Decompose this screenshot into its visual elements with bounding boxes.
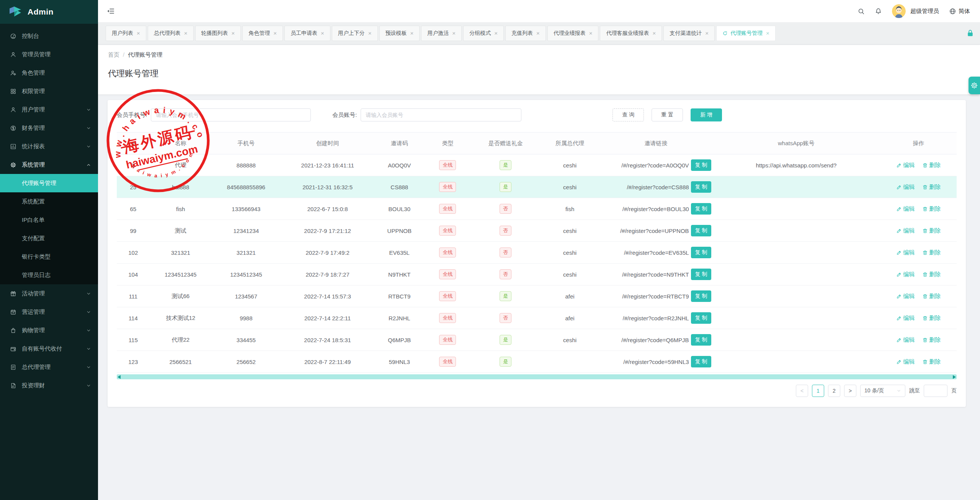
tab[interactable]: 代理账号管理× [716,26,776,41]
settings-drawer-button[interactable] [969,77,980,94]
tab[interactable]: 支付渠道统计× [663,26,715,41]
tab[interactable]: 总代理列表× [148,26,194,41]
tab-close-icon[interactable]: × [652,30,656,36]
sidebar-subitem[interactable]: 管理员日志 [0,266,98,284]
copy-button[interactable]: 复 制 [691,181,712,193]
page-size-select[interactable]: 10 条/页 [860,385,905,397]
delete-button[interactable]: 删除 [922,358,941,366]
delete-button[interactable]: 删除 [922,271,941,278]
copy-button[interactable]: 复 制 [691,203,712,215]
account-input[interactable] [361,108,521,121]
tab-close-icon[interactable]: × [137,30,140,36]
edit-button[interactable]: 编辑 [896,249,915,256]
sidebar-item[interactable]: 自有账号代收付 [0,339,98,358]
sidebar-item[interactable]: 管理员管理 [0,45,98,64]
tab[interactable]: 用户列表× [106,26,146,41]
tab[interactable]: 轮播图列表× [195,26,241,41]
sidebar-subitem[interactable]: 系统配置 [0,192,98,211]
reset-button[interactable]: 重 置 [652,108,683,121]
tab-close-icon[interactable]: × [368,30,372,36]
copy-button[interactable]: 复 制 [691,290,712,302]
edit-button[interactable]: 编辑 [896,358,915,366]
sidebar-subitem[interactable]: IP白名单 [0,211,98,229]
sidebar-item[interactable]: 投资理财 [0,376,98,395]
sidebar-item[interactable]: 活动管理 [0,284,98,303]
tab[interactable]: 预设模板× [379,26,420,41]
breadcrumb-home[interactable]: 首页 [108,51,119,59]
copy-button[interactable]: 复 制 [691,334,712,346]
delete-button[interactable]: 删除 [922,315,941,322]
copy-button[interactable]: 复 制 [691,159,712,171]
delete-button[interactable]: 删除 [922,293,941,300]
page-next-button[interactable]: > [844,385,856,397]
delete-button[interactable]: 删除 [922,162,941,169]
delete-button[interactable]: 删除 [922,336,941,344]
phone-input[interactable] [151,108,311,121]
edit-button[interactable]: 编辑 [896,315,915,322]
horizontal-scrollbar[interactable] [117,374,957,379]
avatar[interactable] [892,4,906,18]
sidebar-item[interactable]: 用户管理 [0,100,98,119]
copy-button[interactable]: 复 制 [691,247,712,258]
sidebar-item[interactable]: 营运管理 [0,303,98,321]
edit-button[interactable]: 编辑 [896,162,915,169]
tab-close-icon[interactable]: × [273,30,277,36]
sidebar-item[interactable]: 权限管理 [0,82,98,100]
tab[interactable]: 代理业绩报表× [547,26,599,41]
sidebar-item[interactable]: 总代理管理 [0,358,98,376]
tab-close-icon[interactable]: × [766,30,769,36]
copy-button[interactable]: 复 制 [691,225,712,236]
edit-button[interactable]: 编辑 [896,184,915,191]
search-icon[interactable] [858,8,865,15]
tab-close-icon[interactable]: × [705,30,709,36]
edit-button[interactable]: 编辑 [896,336,915,344]
edit-button[interactable]: 编辑 [896,293,915,300]
user-name[interactable]: 超级管理员 [910,8,939,15]
query-button[interactable]: 查 询 [612,108,644,121]
tab[interactable]: 充值列表× [505,26,546,41]
page-prev-button[interactable]: < [796,385,808,397]
edit-button[interactable]: 编辑 [896,271,915,278]
page-number-button[interactable]: 1 [812,385,824,397]
tab[interactable]: 用户上下分× [332,26,378,41]
delete-button[interactable]: 删除 [922,249,941,256]
tab-close-icon[interactable]: × [536,30,540,36]
lock-icon[interactable] [966,29,975,38]
bell-icon[interactable] [875,8,882,15]
tab-close-icon[interactable]: × [232,30,235,36]
sidebar-item[interactable]: 统计报表 [0,137,98,156]
delete-button[interactable]: 删除 [922,227,941,234]
sidebar-subitem[interactable]: 银行卡类型 [0,248,98,266]
logo[interactable]: Admin [0,0,98,24]
scroll-left-arrow-icon[interactable] [118,375,121,379]
tab[interactable]: 代理客服业绩报表× [600,26,662,41]
tab[interactable]: 员工申请表× [284,26,330,41]
tab-close-icon[interactable]: × [589,30,593,36]
menu-fold-icon[interactable] [106,7,115,15]
tab[interactable]: 分组模式× [463,26,504,41]
sidebar-subitem[interactable]: 代理账号管理 [0,174,98,192]
sidebar-subitem[interactable]: 支付配置 [0,229,98,248]
edit-button[interactable]: 编辑 [896,227,915,234]
sidebar-item[interactable]: 控制台 [0,27,98,45]
copy-button[interactable]: 复 制 [691,356,712,367]
tab-close-icon[interactable]: × [494,30,498,36]
tab-close-icon[interactable]: × [321,30,324,36]
sidebar-item[interactable]: 财务管理 [0,119,98,137]
jump-page-input[interactable] [924,385,947,397]
copy-button[interactable]: 复 制 [691,312,712,324]
tab-close-icon[interactable]: × [410,30,414,36]
page-number-button[interactable]: 2 [828,385,840,397]
scroll-right-arrow-icon[interactable] [953,375,956,379]
sidebar-item[interactable]: 购物管理 [0,321,98,339]
sidebar-item[interactable]: 角色管理 [0,64,98,82]
copy-button[interactable]: 复 制 [691,269,712,280]
add-button[interactable]: 新 增 [691,108,722,121]
sidebar-item[interactable]: 系统管理 [0,156,98,174]
language-switch[interactable]: 简体 [949,8,970,15]
edit-button[interactable]: 编辑 [896,205,915,213]
tab-close-icon[interactable]: × [452,30,456,36]
delete-button[interactable]: 删除 [922,205,941,213]
tab-close-icon[interactable]: × [184,30,188,36]
tab[interactable]: 用户激活× [421,26,462,41]
